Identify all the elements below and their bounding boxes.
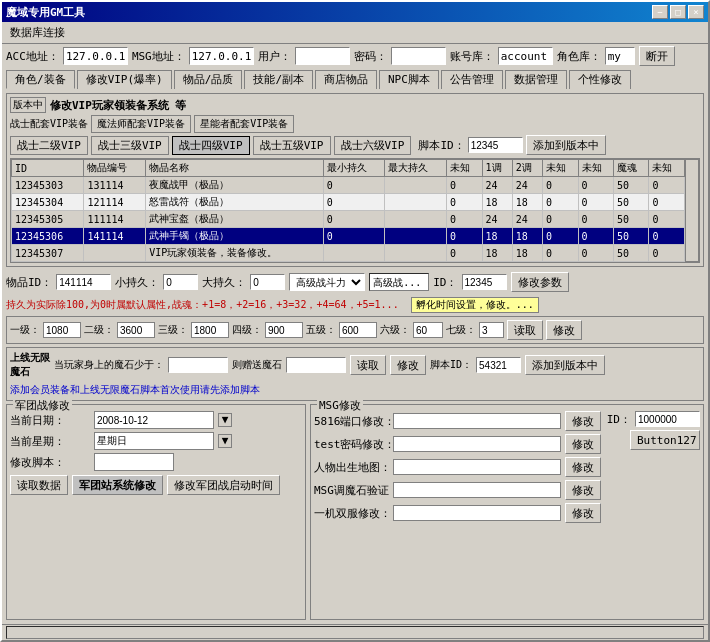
table-cell: 0 xyxy=(578,245,613,262)
lv1-input[interactable] xyxy=(43,322,81,338)
msg-modify-button-1[interactable]: 修改 xyxy=(565,434,601,454)
gift-section: 上线无限魔石 当玩家身上的魔石少于： 则赠送魔石 读取 修改 脚本ID： 添加到… xyxy=(6,347,704,401)
lv6-input[interactable] xyxy=(413,322,443,338)
table-row[interactable]: 12345305111114武神宝盔（极品）00242400500 xyxy=(12,211,685,228)
guild-modify-time-button[interactable]: 修改军团战启动时间 xyxy=(167,475,280,495)
then-label: 则赠送魔石 xyxy=(232,358,282,372)
msg-input[interactable] xyxy=(189,47,254,65)
acc-input[interactable] xyxy=(63,47,128,65)
table-row[interactable]: 12345306141114武神手镯（极品）00181800500 xyxy=(12,228,685,245)
table-cell: 0 xyxy=(447,245,482,262)
tab-data[interactable]: 数据管理 xyxy=(505,70,567,89)
gift-label: 当玩家身上的魔石少于： xyxy=(54,358,164,372)
gift-amount-input[interactable] xyxy=(286,357,346,373)
script-input[interactable] xyxy=(94,453,174,471)
hint-text: 持久为实际除100,为0时属默认属性,战魂：+1=8，+2=16，+3=32，+… xyxy=(6,298,399,312)
levels-read-button[interactable]: 读取 xyxy=(507,320,543,340)
msg-modify-button-4[interactable]: 修改 xyxy=(565,503,601,523)
table-cell: 24 xyxy=(482,177,512,194)
msg-fields: 5816端口修改：修改test密码修改：修改人物出生地图：修改MSG调魔石验证：… xyxy=(314,411,601,526)
guild-read-button[interactable]: 读取数据 xyxy=(10,475,68,495)
vip-tab-3[interactable]: 战士三级VIP xyxy=(91,136,169,155)
gift-add-button[interactable]: 添加到版本中 xyxy=(525,355,605,375)
level-select[interactable]: 高级战斗力 初级战斗力 xyxy=(289,273,365,291)
modify-params-button[interactable]: 修改参数 xyxy=(511,272,569,292)
vip-tab-2[interactable]: 战士二级VIP xyxy=(10,136,88,155)
id-input[interactable] xyxy=(462,274,507,290)
tab-personal[interactable]: 个性修改 xyxy=(569,70,631,89)
hint-row: 持久为实际除100,为0时属默认属性,战魂：+1=8，+2=16，+3=32，+… xyxy=(6,297,704,313)
minimize-button[interactable]: − xyxy=(652,5,668,19)
lv5-input[interactable] xyxy=(339,322,377,338)
table-row[interactable]: 12345304121114怒雷战符（极品）00181800500 xyxy=(12,194,685,211)
account-input[interactable] xyxy=(498,47,553,65)
max-input[interactable] xyxy=(250,274,285,290)
levels-modify-button[interactable]: 修改 xyxy=(546,320,582,340)
msg-field-row: 人物出生地图：修改 xyxy=(314,457,601,477)
table-cell: 12345304 xyxy=(12,194,84,211)
vip-table-container[interactable]: ID 物品编号 物品名称 最小持久 最大持久 未知 1调 2调 未知 未知 魔魂 xyxy=(11,159,685,262)
msg-field-input-0[interactable] xyxy=(393,413,561,429)
gift-threshold-input[interactable] xyxy=(168,357,228,373)
sub-tab-star[interactable]: 星能者配套VIP装备 xyxy=(194,115,294,133)
col-soul: 魔魂 xyxy=(614,160,649,177)
msg-id-input[interactable] xyxy=(635,411,700,427)
col-unk3: 未知 xyxy=(578,160,613,177)
msg-field-input-2[interactable] xyxy=(393,459,561,475)
tab-role[interactable]: 角色/装备 xyxy=(6,70,75,89)
week-dropdown-icon[interactable]: ▼ xyxy=(218,434,232,448)
table-cell: 121114 xyxy=(84,194,146,211)
role-input[interactable] xyxy=(605,47,635,65)
col-item-no: 物品编号 xyxy=(84,160,146,177)
msg-modify-button-2[interactable]: 修改 xyxy=(565,457,601,477)
vip-tab-4[interactable]: 战士四级VIP xyxy=(172,136,250,155)
vip-table: ID 物品编号 物品名称 最小持久 最大持久 未知 1调 2调 未知 未知 魔魂 xyxy=(11,159,685,262)
date-dropdown-icon[interactable]: ▼ xyxy=(218,413,232,427)
gift-read-button[interactable]: 读取 xyxy=(350,355,386,375)
msg-field-input-4[interactable] xyxy=(393,505,561,521)
main-content: 版本中 修改VIP玩家领装备系统 等 战士配套VIP装备 魔法师配套VIP装备 … xyxy=(2,89,708,624)
user-input[interactable] xyxy=(295,47,350,65)
tab-announce[interactable]: 公告管理 xyxy=(441,70,503,89)
table-row[interactable]: 12345307VIP玩家领装备，装备修改。0181800500 xyxy=(12,245,685,262)
lv2-input[interactable] xyxy=(117,322,155,338)
min-input[interactable] xyxy=(163,274,198,290)
msg-field-input-3[interactable] xyxy=(393,482,561,498)
col-unk1: 未知 xyxy=(447,160,482,177)
add-to-version-button[interactable]: 添加到版本中 xyxy=(526,135,606,155)
script-id-input[interactable] xyxy=(468,137,523,153)
table-cell: 0 xyxy=(447,177,482,194)
lv3-input[interactable] xyxy=(191,322,229,338)
vip-tab-5[interactable]: 战士五级VIP xyxy=(253,136,331,155)
gift-script-id-input[interactable] xyxy=(476,357,521,373)
tab-skill[interactable]: 技能/副本 xyxy=(244,70,313,89)
week-input[interactable] xyxy=(94,432,214,450)
vip-tab-6[interactable]: 战士六级VIP xyxy=(334,136,412,155)
item-id-input[interactable] xyxy=(56,274,111,290)
table-cell: 24 xyxy=(512,177,542,194)
msg-btn127[interactable]: Button127 xyxy=(630,430,700,450)
pwd-input[interactable] xyxy=(391,47,446,65)
tab-item[interactable]: 物品/品质 xyxy=(174,70,243,89)
msg-modify-button-3[interactable]: 修改 xyxy=(565,480,601,500)
table-cell xyxy=(323,245,385,262)
lv7-input[interactable] xyxy=(479,322,504,338)
msg-field-label: 人物出生地图： xyxy=(314,460,389,475)
lv4-input[interactable] xyxy=(265,322,303,338)
menu-database[interactable]: 数据库连接 xyxy=(6,24,69,41)
table-scrollbar[interactable] xyxy=(685,159,699,262)
gift-modify-button[interactable]: 修改 xyxy=(390,355,426,375)
tab-vip[interactable]: 修改VIP(爆率) xyxy=(77,70,172,89)
table-row[interactable]: 12345303131114夜魔战甲（极品）00242400500 xyxy=(12,177,685,194)
connect-button[interactable]: 断开 xyxy=(639,46,675,66)
lv5-label: 五级： xyxy=(306,323,336,337)
tab-npc[interactable]: NPC脚本 xyxy=(379,70,439,89)
close-button[interactable]: × xyxy=(688,5,704,19)
maximize-button[interactable]: □ xyxy=(670,5,686,19)
msg-modify-button-0[interactable]: 修改 xyxy=(565,411,601,431)
tab-shop[interactable]: 商店物品 xyxy=(315,70,377,89)
guild-modify-label[interactable]: 军团站系统修改 xyxy=(72,475,163,495)
msg-field-input-1[interactable] xyxy=(393,436,561,452)
sub-tab-mage[interactable]: 魔法师配套VIP装备 xyxy=(91,115,191,133)
date-input[interactable] xyxy=(94,411,214,429)
